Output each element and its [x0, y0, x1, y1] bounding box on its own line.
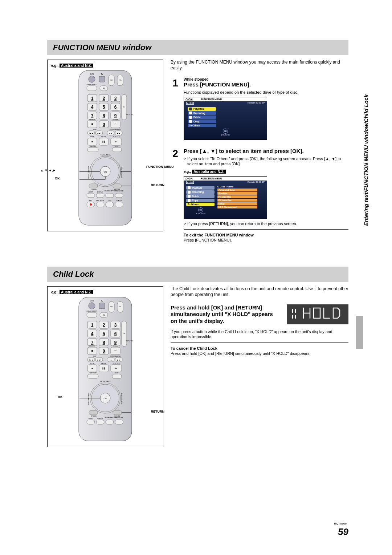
svg-text:►►: ►►	[117, 132, 121, 134]
svg-rect-9	[87, 86, 97, 91]
svg-rect-107	[87, 312, 97, 317]
osd-screenshot-1: DIGA FUNCTION MENU ■ HDD Remain 30:00 SP…	[184, 97, 267, 140]
svg-rect-101	[99, 303, 105, 309]
callout-ok: OK	[55, 177, 60, 180]
svg-rect-77	[96, 193, 104, 198]
svg-text:OPTION: OPTION	[91, 189, 96, 190]
osd-title-2: FUNCTION MENU	[201, 177, 222, 180]
svg-text:DVD: DVD	[90, 73, 94, 75]
svg-text:►►: ►►	[117, 359, 121, 361]
cancel-body: Press and hold [OK] and [RETURN] simulta…	[171, 351, 348, 356]
region-tag-2: Australia and N.Z.	[192, 170, 226, 174]
step1-note: While stopped	[184, 77, 348, 81]
region-tag: Australia and N.Z.	[60, 64, 93, 68]
osd-remain: Remain 30:00 SP	[248, 102, 265, 105]
svg-text:TV: TV	[101, 300, 103, 302]
svg-line-199	[338, 316, 340, 318]
svg-text:REC: REC	[89, 200, 93, 202]
svg-text:◄◄: ◄◄	[109, 132, 113, 134]
section-header-functionmenu: FUNCTION MENU window	[47, 40, 348, 55]
eg-label: e.g.,	[51, 64, 58, 68]
svg-text:0: 0	[103, 349, 105, 354]
svg-rect-172	[89, 410, 98, 415]
svg-text:TIME SLIP: TIME SLIP	[89, 145, 97, 147]
svg-text:6: 6	[114, 105, 117, 110]
svg-text:❚❚: ❚❚	[102, 367, 106, 370]
svg-text:DRIVE SELECT: DRIVE SELECT	[87, 84, 97, 85]
svg-text:FUNCTION MENU: FUNCTION MENU	[121, 167, 122, 178]
svg-text:SLOW/SEARCH: SLOW/SEARCH	[110, 355, 121, 357]
svg-text:DVD: DVD	[90, 300, 94, 302]
remote-column-1: e.g., Australia and N.Z.	[47, 60, 163, 248]
svg-text:8: 8	[103, 340, 105, 345]
section2-columns: e.g., Australia and N.Z. DVD TV CH VOL D…	[47, 286, 348, 447]
svg-text:6: 6	[114, 331, 117, 336]
svg-text:FUNCTION MENU: FUNCTION MENU	[121, 393, 122, 405]
svg-text:5: 5	[103, 105, 105, 110]
step-number-1: 1	[171, 77, 180, 142]
cancel-head: To cancel the Child Lock	[171, 346, 348, 351]
svg-rect-159	[87, 374, 98, 378]
svg-text:|◄◄: |◄◄	[89, 132, 93, 134]
svg-text:INPUT SELECT: INPUT SELECT	[126, 113, 132, 115]
svg-text:1: 1	[91, 323, 94, 328]
section1-columns: e.g., Australia and N.Z.	[47, 60, 348, 248]
childlock-step-head: Press and hold [OK] and [RETURN] simulta…	[171, 304, 281, 325]
svg-text:◄◄: ◄◄	[109, 359, 113, 361]
svg-rect-79	[115, 193, 123, 198]
step2-bullet2: If you press [RETURN], you can return to…	[184, 221, 348, 226]
osd-item-others: To Others	[188, 124, 216, 127]
svg-text:REC MODE: REC MODE	[96, 200, 104, 202]
svg-text:PROG/CHECK: PROG/CHECK	[100, 381, 111, 382]
svg-text:DISPLAY: DISPLAY	[97, 191, 103, 193]
svg-text:CH: CH	[110, 79, 113, 81]
svg-text:DIRECT NAVIGATOR: DIRECT NAVIGATOR	[88, 166, 90, 178]
svg-text:DIRECT NAVIGATOR: DIRECT NAVIGATOR	[88, 393, 90, 405]
svg-text:DRIVE SELECT: DRIVE SELECT	[87, 310, 97, 312]
remote-column-2: e.g., Australia and N.Z. DVD TV CH VOL D…	[47, 286, 163, 447]
eg-label-3: e.g.,	[51, 290, 58, 294]
diga-logo-2: DIGA	[185, 177, 193, 180]
svg-text:CREATE CHAPTER: CREATE CHAPTER	[104, 417, 115, 418]
remote-illustration-1: e.g., Australia and N.Z.	[47, 60, 163, 231]
svg-text:G-Code: G-Code	[113, 118, 118, 120]
childlock-intro: The Child Lock deactivates all buttons o…	[171, 286, 348, 297]
svg-text:4: 4	[91, 331, 94, 336]
exit-head: To exit the FUNCTION MENU window	[184, 232, 348, 238]
svg-point-1	[89, 76, 95, 82]
childlock-body1: If you press a button while the Child Lo…	[171, 329, 348, 340]
osd-item-playback: Playback	[188, 107, 216, 111]
svg-rect-78	[106, 193, 114, 198]
svg-text:►►|: ►►|	[97, 359, 101, 361]
svg-text:AV: AV	[103, 87, 105, 89]
side-thumb-tab	[356, 316, 363, 349]
svg-text:DELETE: DELETE	[89, 345, 95, 347]
svg-text:3: 3	[114, 323, 117, 328]
svg-text:SKIP: SKIP	[93, 129, 96, 130]
svg-text:CH: CH	[123, 106, 125, 108]
svg-rect-176	[106, 420, 114, 424]
svg-text:EXIT: EXIT	[115, 145, 119, 147]
remote-illustration-2: e.g., Australia and N.Z. DVD TV CH VOL D…	[47, 286, 163, 447]
svg-point-88	[90, 203, 92, 206]
svg-text:2: 2	[103, 96, 105, 101]
svg-text:AUDIO: AUDIO	[89, 191, 93, 193]
osd-item-delete: Delete	[188, 116, 216, 119]
side-tab: Entering text/FUNCTION MENU window/Child…	[363, 94, 369, 226]
svg-rect-160	[112, 374, 122, 378]
svg-rect-0	[79, 70, 132, 225]
svg-text:CH: CH	[123, 333, 125, 335]
svg-text:PAUSE: PAUSE	[101, 362, 106, 364]
callout-ok-2: OK	[58, 395, 63, 399]
svg-text:F Rec: F Rec	[108, 200, 112, 202]
svg-text:VOL: VOL	[119, 306, 122, 308]
svg-text:1: 1	[91, 96, 94, 101]
svg-rect-174	[87, 420, 95, 424]
svg-text:STOP: STOP	[90, 362, 94, 364]
step-number-2: 2	[171, 148, 180, 243]
svg-rect-175	[96, 420, 104, 424]
svg-text:STATUS: STATUS	[116, 200, 122, 202]
instructions-col-1: By using the FUNCTION MENU window you ma…	[171, 60, 348, 248]
svg-rect-61	[87, 147, 98, 152]
svg-text:3: 3	[114, 96, 117, 101]
